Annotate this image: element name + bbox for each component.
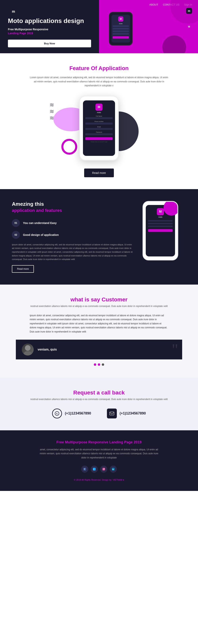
feature-description: Lorem ipsum dolor sit amet, consectetur …: [30, 76, 168, 88]
callback-contacts: (+1)1234567890 (+1)1234567890: [16, 408, 182, 418]
feature-item-1: 01 You can understand Easy: [12, 219, 135, 227]
form-password: [85, 133, 113, 135]
feature-item-2: 02 Good design of application: [12, 231, 135, 239]
hero-left: m Moto applications design Free Multipur…: [0, 0, 99, 53]
hero-right: ABOUT CONTACT US Sign in M moto m: [99, 0, 198, 53]
form-phone: [85, 122, 113, 124]
svg-point-2: [55, 412, 59, 416]
footer-section: Free Multipurpose Responsive Landing Pag…: [0, 430, 198, 491]
feature-item-2-text: Good design of application: [23, 233, 58, 236]
footer-description: amet, consectetur adipiscing elit, sed d…: [40, 448, 158, 460]
form-field-1: [113, 25, 129, 27]
phone-main-mockup: M moto Full Name Phone number Email Pass…: [79, 96, 119, 160]
feature-title: Feature Of Application: [16, 65, 182, 72]
hero-subtitle: Free Multipurpose Responsive: [8, 28, 91, 31]
form-field-2: [113, 28, 129, 30]
nav-about[interactable]: ABOUT: [149, 3, 158, 6]
form-field-4: [113, 33, 129, 35]
phone-btn: [113, 36, 129, 38]
hero-title: Moto applications design: [8, 17, 91, 24]
dot-1[interactable]: [94, 364, 96, 366]
decor-blob3: [62, 139, 77, 155]
callback-title: Request a call back: [16, 390, 182, 396]
feature-num-2: 02: [12, 231, 20, 239]
wavy-decoration: ≋≋≋: [50, 102, 54, 121]
testimonial-dots: [16, 364, 182, 366]
form-submit: [85, 137, 113, 140]
testimonial-avatar: [22, 344, 34, 356]
callback-subtitle: nostrud exercitation ullamco laboris nis…: [16, 398, 182, 400]
phone-main-logo: M: [96, 104, 102, 111]
form-email: [85, 128, 113, 130]
mail-icon: [107, 408, 117, 418]
dot-3[interactable]: [102, 364, 104, 366]
social-facebook[interactable]: f: [81, 466, 88, 473]
feature-num-1: 01: [12, 219, 20, 227]
callback-email-number: (+1)1234567890: [120, 411, 146, 416]
testimonial-subtitle: nostrud exercitation ullamco laboris nis…: [16, 305, 182, 308]
amazing-body: ipsum dolor sit amet, consectetur adipis…: [12, 243, 135, 261]
phone-right-logo: M: [157, 208, 164, 215]
callback-phone: (+1)1234567890: [52, 408, 91, 418]
phone-showcase-area: ≋≋≋ M moto Full Name Phone number Email …: [65, 96, 133, 160]
phone-right-mockup: M moto: [142, 201, 178, 260]
svg-point-1: [24, 351, 32, 356]
feature-item-1-text: You can understand Easy: [23, 222, 57, 224]
decor2: [162, 36, 186, 53]
features-dark-section: Amezing this application and features 01…: [0, 189, 198, 284]
amazing-read-more-button[interactable]: Read more: [12, 265, 34, 273]
callback-email: (+1)1234567890: [107, 408, 146, 418]
social-linkedin[interactable]: in: [110, 466, 117, 473]
amazing-title: Amezing this: [12, 201, 135, 207]
callback-section: Request a call back nostrud exercitation…: [0, 378, 198, 430]
hero-section: m Moto applications design Free Multipur…: [0, 0, 198, 53]
hero-cta-button[interactable]: Buy Now: [8, 40, 91, 47]
phone-icon: [52, 408, 62, 418]
svg-point-0: [25, 345, 30, 351]
features-right-phone: M moto: [142, 201, 186, 260]
read-more-button[interactable]: Read more: [84, 168, 114, 177]
features-left-content: Amezing this application and features 01…: [12, 201, 135, 273]
svg-rect-8: [102, 468, 105, 470]
testimonial-author: veniam, quis: [38, 348, 57, 351]
footer-copyright: © 2019 All Rights Reserved. Design by: V…: [16, 479, 182, 481]
dot-2[interactable]: [98, 364, 100, 366]
phone-small-left: M moto: [109, 12, 133, 46]
footer-title: Free Multipurpose Responsive Landing Pag…: [16, 440, 182, 444]
testimonial-title: what is say Customer: [16, 296, 182, 303]
hero-phone-left: M moto: [109, 12, 133, 46]
testimonial-body: ipsum dolor sit amet, consectetur adipis…: [30, 314, 168, 334]
social-twitter[interactable]: t: [91, 466, 98, 473]
amazing-subtitle: application and features: [12, 208, 135, 213]
svg-text:in: in: [112, 468, 114, 470]
form-fullname: [85, 117, 113, 119]
social-instagram[interactable]: [100, 466, 107, 473]
phone-right-decor: [164, 201, 178, 216]
footer-social: f t in: [16, 466, 182, 473]
testimonial-section: what is say Customer nostrud exercitatio…: [0, 284, 198, 378]
testimonial-card: veniam, quis ": [16, 340, 182, 360]
form-field-3: [113, 30, 129, 32]
svg-point-10: [104, 468, 105, 469]
callback-phone-number: (+1)1234567890: [65, 411, 91, 416]
logo[interactable]: m: [10, 8, 17, 15]
avatar-svg: [22, 344, 34, 356]
decor1: [170, 0, 198, 24]
quote-mark: ": [172, 342, 178, 358]
feature-section: Feature Of Application Lorem ipsum dolor…: [0, 53, 198, 189]
hero-phone-right: m M: [186, 8, 192, 30]
hero-highlight: Landing Page 2019: [8, 32, 91, 35]
svg-rect-3: [110, 412, 114, 415]
